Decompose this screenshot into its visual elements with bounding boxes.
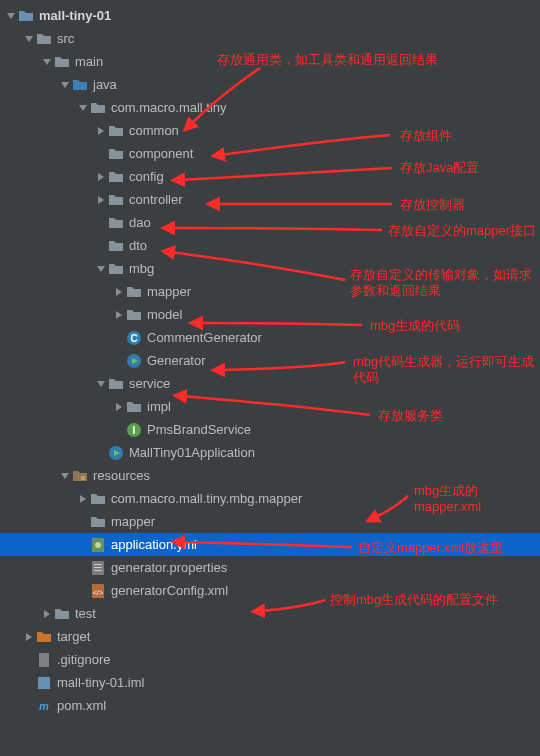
- chevron-right-icon[interactable]: [94, 170, 108, 184]
- tree-label: application.yml: [111, 537, 197, 552]
- properties-file-icon: [90, 560, 106, 576]
- tree-row-gen-props[interactable]: generator.properties: [0, 556, 540, 579]
- tree-label: service: [129, 376, 170, 391]
- tree-label: src: [57, 31, 74, 46]
- tree-label: com.macro.mall.tiny: [111, 100, 227, 115]
- chevron-right-icon[interactable]: [112, 285, 126, 299]
- tree-row-res-package[interactable]: com.macro.mall.tiny.mbg.mapper: [0, 487, 540, 510]
- chevron-down-icon[interactable]: [58, 469, 72, 483]
- chevron-down-icon[interactable]: [76, 101, 90, 115]
- svg-rect-12: [94, 570, 102, 571]
- tree-row-main[interactable]: main: [0, 50, 540, 73]
- package-icon: [108, 215, 124, 231]
- tree-row-iml[interactable]: mall-tiny-01.iml: [0, 671, 540, 694]
- chevron-down-icon[interactable]: [58, 78, 72, 92]
- project-tree: mall-tiny-01 src main java com.macro.mal…: [0, 0, 540, 717]
- tree-row-resources[interactable]: resources: [0, 464, 540, 487]
- tree-label: generatorConfig.xml: [111, 583, 228, 598]
- tree-row-mapper[interactable]: mapper: [0, 280, 540, 303]
- chevron-right-icon[interactable]: [112, 308, 126, 322]
- tree-row-test[interactable]: test: [0, 602, 540, 625]
- tree-row-service[interactable]: service: [0, 372, 540, 395]
- tree-row-dao[interactable]: dao: [0, 211, 540, 234]
- tree-row-common[interactable]: common: [0, 119, 540, 142]
- tree-row-generator[interactable]: Generator: [0, 349, 540, 372]
- tree-row-target[interactable]: target: [0, 625, 540, 648]
- package-icon: [108, 376, 124, 392]
- chevron-down-icon[interactable]: [22, 32, 36, 46]
- tree-row-controller[interactable]: controller: [0, 188, 540, 211]
- tree-label: mapper: [147, 284, 191, 299]
- package-icon: [90, 100, 106, 116]
- tree-row-gitignore[interactable]: .gitignore: [0, 648, 540, 671]
- excluded-folder-icon: [36, 629, 52, 645]
- chevron-down-icon[interactable]: [94, 377, 108, 391]
- package-icon: [126, 399, 142, 415]
- module-file-icon: [36, 675, 52, 691]
- tree-row-component[interactable]: component: [0, 142, 540, 165]
- tree-label: PmsBrandService: [147, 422, 251, 437]
- tree-row-model[interactable]: model: [0, 303, 540, 326]
- tree-label: config: [129, 169, 164, 184]
- chevron-right-icon[interactable]: [40, 607, 54, 621]
- tree-row-src[interactable]: src: [0, 27, 540, 50]
- tree-label: CommentGenerator: [147, 330, 262, 345]
- chevron-right-icon[interactable]: [94, 124, 108, 138]
- folder-icon: [36, 31, 52, 47]
- tree-row-config[interactable]: config: [0, 165, 540, 188]
- chevron-down-icon[interactable]: [94, 262, 108, 276]
- package-icon: [108, 123, 124, 139]
- svg-rect-10: [94, 564, 102, 565]
- package-icon: [126, 307, 142, 323]
- tree-row-mbg[interactable]: mbg: [0, 257, 540, 280]
- tree-label: pom.xml: [57, 698, 106, 713]
- svg-text:I: I: [133, 425, 136, 436]
- chevron-right-icon[interactable]: [112, 400, 126, 414]
- tree-label: java: [93, 77, 117, 92]
- package-icon: [90, 491, 106, 507]
- tree-row-application[interactable]: MallTiny01Application: [0, 441, 540, 464]
- tree-label: mapper: [111, 514, 155, 529]
- tree-row-comment-generator[interactable]: C CommentGenerator: [0, 326, 540, 349]
- package-icon: [108, 192, 124, 208]
- tree-label: component: [129, 146, 193, 161]
- tree-row-application-yml[interactable]: application.yml: [0, 533, 540, 556]
- tree-row-impl[interactable]: impl: [0, 395, 540, 418]
- tree-row-dto[interactable]: dto: [0, 234, 540, 257]
- folder-icon: [18, 8, 34, 24]
- svg-rect-16: [38, 677, 50, 689]
- package-icon: [108, 261, 124, 277]
- source-folder-icon: [72, 77, 88, 93]
- tree-row-pms-brand-service[interactable]: I PmsBrandService: [0, 418, 540, 441]
- chevron-down-icon[interactable]: [4, 9, 18, 23]
- tree-label: generator.properties: [111, 560, 227, 575]
- interface-icon: I: [126, 422, 142, 438]
- tree-row-gen-config[interactable]: </> generatorConfig.xml: [0, 579, 540, 602]
- resources-folder-icon: [72, 468, 88, 484]
- chevron-right-icon[interactable]: [94, 193, 108, 207]
- tree-label: mall-tiny-01: [39, 8, 111, 23]
- svg-point-8: [95, 542, 101, 548]
- tree-label: model: [147, 307, 182, 322]
- chevron-down-icon[interactable]: [40, 55, 54, 69]
- tree-row-root[interactable]: mall-tiny-01: [0, 4, 540, 27]
- tree-label: main: [75, 54, 103, 69]
- tree-row-package[interactable]: com.macro.mall.tiny: [0, 96, 540, 119]
- svg-rect-15: [39, 653, 49, 667]
- tree-row-pom[interactable]: m pom.xml: [0, 694, 540, 717]
- tree-label: controller: [129, 192, 182, 207]
- tree-label: dao: [129, 215, 151, 230]
- tree-label: mbg: [129, 261, 154, 276]
- svg-rect-11: [94, 567, 102, 568]
- tree-row-java[interactable]: java: [0, 73, 540, 96]
- tree-label: .gitignore: [57, 652, 110, 667]
- yaml-file-icon: [90, 537, 106, 553]
- package-icon: [108, 238, 124, 254]
- chevron-right-icon[interactable]: [76, 492, 90, 506]
- package-icon: [90, 514, 106, 530]
- tree-row-res-mapper[interactable]: mapper: [0, 510, 540, 533]
- chevron-right-icon[interactable]: [22, 630, 36, 644]
- svg-rect-6: [81, 476, 85, 480]
- class-runnable-icon: [108, 445, 124, 461]
- svg-text:m: m: [39, 700, 49, 712]
